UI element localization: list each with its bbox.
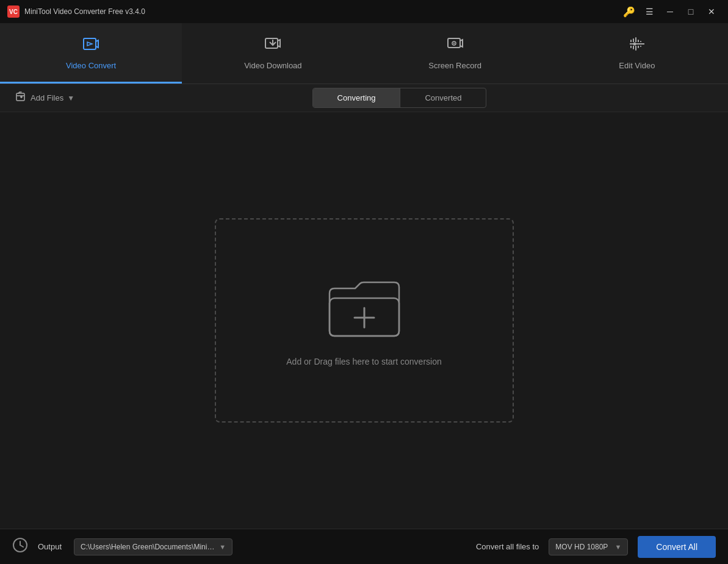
- sub-tab-bar: Add Files ▼ Converting Converted: [0, 84, 728, 112]
- clock-icon[interactable]: [12, 537, 28, 557]
- minimize-button[interactable]: ─: [661, 4, 679, 19]
- svg-line-17: [20, 545, 23, 547]
- sub-tabs: Converting Converted: [312, 88, 487, 108]
- sub-tab-converted[interactable]: Converted: [400, 88, 486, 107]
- svg-point-5: [453, 42, 454, 43]
- nav-tabs: Video Convert Video Download Screen Reco…: [0, 23, 728, 84]
- video-convert-icon: [82, 35, 99, 56]
- close-button[interactable]: ✕: [702, 4, 721, 19]
- drop-zone-text: Add or Drag files here to start conversi…: [286, 357, 441, 366]
- nav-tab-video-convert[interactable]: Video Convert: [0, 23, 182, 84]
- screen-record-icon: [447, 35, 464, 56]
- format-dropdown[interactable]: MOV HD 1080P ▼: [549, 538, 628, 555]
- nav-tab-video-download-label: Video Download: [244, 61, 301, 70]
- format-dropdown-arrow: ▼: [614, 543, 621, 551]
- add-folder-icon: [325, 275, 404, 342]
- folder-icon-container: [325, 275, 404, 344]
- add-files-dropdown-arrow: ▼: [67, 94, 74, 102]
- footer: Output C:\Users\Helen Green\Documents\Mi…: [0, 529, 728, 564]
- output-path-dropdown[interactable]: C:\Users\Helen Green\Documents\MiniTool …: [74, 538, 232, 555]
- title-bar: VC MiniTool Video Converter Free v3.4.0 …: [0, 0, 728, 23]
- nav-tab-video-download[interactable]: Video Download: [182, 23, 364, 84]
- add-files-button[interactable]: Add Files ▼: [10, 88, 81, 109]
- video-download-icon: [264, 35, 281, 56]
- app-title: MiniTool Video Converter Free v3.4.0: [24, 7, 623, 16]
- sub-tab-converting[interactable]: Converting: [313, 88, 400, 107]
- svg-point-8: [633, 42, 636, 45]
- output-path-value: C:\Users\Helen Green\Documents\MiniTool …: [81, 543, 215, 551]
- edit-video-icon: [629, 35, 646, 56]
- svg-rect-0: [84, 38, 96, 49]
- nav-tab-screen-record-label: Screen Record: [428, 61, 481, 70]
- convert-all-button[interactable]: Convert All: [638, 536, 716, 558]
- window-controls: ☰ ─ □ ✕: [640, 4, 721, 19]
- add-files-label: Add Files: [31, 93, 63, 102]
- nav-tab-edit-video-label: Edit Video: [619, 61, 655, 70]
- convert-all-label: Convert all files to: [476, 542, 539, 551]
- drop-zone[interactable]: Add or Drag files here to start conversi…: [215, 218, 514, 423]
- output-label: Output: [38, 542, 62, 551]
- maximize-button[interactable]: □: [682, 4, 700, 19]
- nav-tab-video-convert-label: Video Convert: [66, 61, 116, 70]
- main-content: Add or Drag files here to start conversi…: [0, 112, 728, 529]
- app-logo: VC: [7, 5, 20, 18]
- format-value: MOV HD 1080P: [555, 543, 611, 551]
- add-files-icon: [16, 91, 27, 105]
- key-icon: 🔑: [623, 6, 635, 18]
- nav-tab-edit-video[interactable]: Edit Video: [546, 23, 728, 84]
- output-path-arrow: ▼: [219, 543, 226, 551]
- menu-button[interactable]: ☰: [640, 4, 658, 19]
- nav-tab-screen-record[interactable]: Screen Record: [364, 23, 546, 84]
